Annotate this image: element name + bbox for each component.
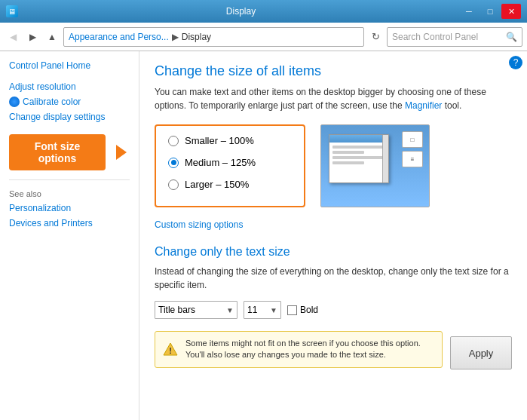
- preview-line-1: [332, 146, 385, 149]
- sidebar-item-adjust-resolution[interactable]: Adjust resolution: [9, 81, 130, 92]
- size-option-smaller[interactable]: Smaller – 100%: [168, 135, 292, 146]
- preview-line-4: [332, 161, 364, 164]
- svg-text:!: !: [169, 346, 172, 355]
- calibrate-icon: [9, 97, 20, 107]
- back-button[interactable]: ◀: [5, 29, 21, 45]
- search-box[interactable]: Search Control Panel 🔍: [387, 27, 522, 47]
- warning-icon: !: [163, 342, 178, 357]
- minimize-button[interactable]: ─: [459, 4, 479, 19]
- adjust-resolution-label: Adjust resolution: [9, 81, 76, 92]
- apply-button[interactable]: Apply: [450, 336, 512, 369]
- warning-bar: ! Some items might not fit on the screen…: [155, 331, 443, 368]
- preview-content: [329, 143, 388, 170]
- text-size-desc: Instead of changing the size of everythi…: [155, 265, 512, 292]
- display-preview: □ ≡: [320, 124, 430, 207]
- size-selection-area: Smaller – 100% Medium – 125% Larger – 15…: [155, 124, 512, 207]
- text-size-title: Change only the text size: [155, 245, 512, 259]
- preview-icons: □ ≡: [402, 131, 423, 167]
- radio-options-container: Smaller – 100% Medium – 125% Larger – 15…: [155, 124, 305, 207]
- bold-checkbox[interactable]: [287, 305, 297, 315]
- search-placeholder: Search Control Panel: [392, 32, 478, 42]
- title-bar: 🖥 Display ─ □ ✕: [0, 0, 527, 23]
- bold-option[interactable]: Bold: [287, 305, 318, 315]
- warning-apply-area: ! Some items might not fit on the screen…: [155, 331, 512, 376]
- callout-label: Font size options: [35, 140, 81, 164]
- radio-smaller[interactable]: [168, 136, 179, 146]
- size-selected-value: 11: [247, 305, 257, 315]
- sidebar-item-change-display-settings[interactable]: Change display settings: [9, 112, 130, 122]
- custom-sizing-link[interactable]: Custom sizing options: [155, 219, 243, 230]
- main-section-title: Change the size of all items: [155, 63, 512, 79]
- preview-icon-1: □: [402, 131, 423, 148]
- sidebar-item-calibrate-color[interactable]: Calibrate color: [9, 97, 130, 107]
- text-size-controls: Title bars ▼ 11 ▼ Bold: [155, 301, 512, 319]
- dropdown-arrow-icon: ▼: [226, 306, 234, 314]
- help-button[interactable]: ?: [509, 56, 522, 69]
- window-title: Display: [23, 6, 459, 17]
- close-button[interactable]: ✕: [501, 4, 521, 19]
- callout-arrow: [116, 145, 127, 160]
- size-label-smaller: Smaller – 100%: [185, 135, 254, 146]
- content-area: ? Change the size of all items You can m…: [139, 51, 527, 420]
- sidebar-item-control-panel-home[interactable]: Control Panel Home: [9, 60, 130, 71]
- radio-larger[interactable]: [168, 179, 179, 190]
- sidebar-divider: [9, 179, 130, 180]
- preview-scrollbar: [382, 135, 388, 182]
- search-icon: 🔍: [506, 32, 517, 42]
- preview-icon-2: ≡: [402, 151, 423, 167]
- maximize-button[interactable]: □: [480, 4, 500, 19]
- size-dropdown[interactable]: 11 ▼: [244, 301, 281, 319]
- size-option-medium[interactable]: Medium – 125%: [168, 157, 292, 168]
- magnifier-link[interactable]: Magnifier: [405, 100, 442, 111]
- title-bar-buttons: ─ □ ✕: [459, 4, 521, 19]
- size-arrow-icon: ▼: [270, 306, 277, 314]
- sidebar: Control Panel Home Adjust resolution Cal…: [0, 51, 139, 420]
- devices-printers-label: Devices and Printers: [9, 218, 93, 228]
- sidebar-item-personalization[interactable]: Personalization: [9, 203, 130, 213]
- refresh-button[interactable]: ↻: [367, 29, 384, 45]
- font-size-callout: Font size options: [9, 134, 106, 170]
- size-label-medium: Medium – 125%: [185, 157, 256, 168]
- item-dropdown[interactable]: Title bars ▼: [155, 301, 237, 319]
- main-description: You can make text and other items on the…: [155, 85, 512, 112]
- breadcrumb[interactable]: Appearance and Perso... ▶ Display: [63, 27, 364, 47]
- bold-label: Bold: [300, 305, 318, 315]
- breadcrumb-separator: ▶: [172, 32, 179, 42]
- main-desc-text-2: tool.: [442, 100, 461, 111]
- radio-inner-medium: [171, 160, 176, 165]
- sidebar-item-devices-printers[interactable]: Devices and Printers: [9, 218, 130, 228]
- preview-line-3: [332, 156, 385, 159]
- warning-text: Some items might not fit on the screen i…: [185, 338, 434, 361]
- see-also-label: See also: [9, 189, 130, 198]
- forward-button[interactable]: ▶: [24, 29, 41, 45]
- preview-window: [329, 134, 389, 183]
- main-container: Control Panel Home Adjust resolution Cal…: [0, 51, 527, 420]
- up-button[interactable]: ▲: [44, 29, 60, 45]
- dropdown-selected-value: Title bars: [158, 305, 195, 315]
- breadcrumb-current: Display: [182, 32, 211, 42]
- radio-medium[interactable]: [168, 158, 179, 168]
- preview-titlebar: [329, 135, 388, 143]
- change-display-settings-label: Change display settings: [9, 112, 105, 122]
- personalization-label: Personalization: [9, 203, 71, 213]
- calibrate-color-label: Calibrate color: [23, 97, 81, 107]
- preview-line-2: [332, 151, 364, 154]
- address-bar: ◀ ▶ ▲ Appearance and Perso... ▶ Display …: [0, 23, 527, 51]
- breadcrumb-parent[interactable]: Appearance and Perso...: [69, 32, 169, 42]
- size-label-larger: Larger – 150%: [185, 179, 249, 190]
- app-icon: 🖥: [6, 5, 18, 17]
- size-option-larger[interactable]: Larger – 150%: [168, 179, 292, 190]
